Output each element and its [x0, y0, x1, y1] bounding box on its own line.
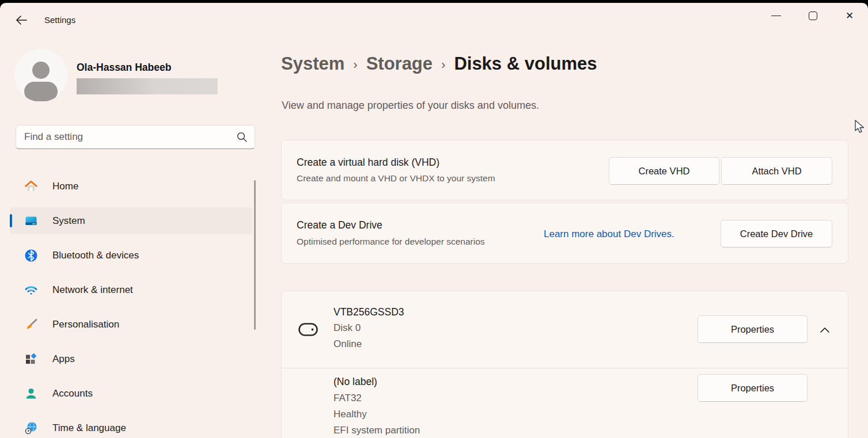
partition-properties-button[interactable]: Properties [698, 374, 808, 402]
network-icon [24, 283, 38, 297]
titlebar: Settings ✕ [0, 3, 868, 33]
partition-type: EFI system partition [333, 425, 420, 436]
partition-health: Healthy [333, 409, 367, 420]
window-controls: ✕ [757, 3, 868, 29]
divider [282, 368, 848, 368]
mouse-cursor [854, 120, 867, 135]
disk-name: VTB256GSSD3 [333, 306, 404, 318]
avatar[interactable] [14, 49, 67, 102]
time-language-icon [24, 421, 38, 435]
sidebar-item-personalisation[interactable]: Personalisation [10, 311, 252, 338]
page-subtitle: View and manage properties of your disks… [282, 100, 539, 112]
page-title: Disks & volumes [454, 54, 597, 74]
disk-properties-button[interactable]: Properties [698, 315, 808, 343]
app-title: Settings [44, 15, 75, 25]
disk-icon [298, 323, 318, 336]
accounts-icon [24, 387, 38, 401]
disk-status: Online [333, 338, 362, 350]
vhd-card-title: Create a virtual hard disk (VHD) [297, 157, 439, 169]
breadcrumb-storage[interactable]: Storage [366, 54, 433, 74]
close-icon: ✕ [846, 11, 854, 21]
sidebar-item-apps[interactable]: Apps [10, 345, 252, 372]
breadcrumb-separator-icon: › [353, 55, 357, 73]
back-button[interactable] [10, 10, 32, 30]
avatar-person-icon [32, 62, 50, 79]
settings-window: Settings ✕ Ola-Hassan Habeeb Home [0, 3, 868, 438]
chevron-up-icon [820, 327, 830, 333]
minimize-icon [771, 16, 781, 16]
home-icon [24, 180, 38, 193]
vhd-card-description: Create and mount a VHD or VHDX to your s… [297, 173, 495, 184]
create-dev-drive-button[interactable]: Create Dev Drive [721, 220, 832, 247]
sidebar-item-bluetooth-devices[interactable]: Bluetooth & devices [10, 242, 252, 269]
search-input[interactable] [24, 131, 236, 143]
maximize-icon [809, 12, 817, 20]
vhd-card: Create a virtual hard disk (VHD) Create … [281, 140, 848, 200]
dev-drive-card-description: Optimised performance for developer scen… [297, 237, 485, 247]
user-name: Ola-Hassan Habeeb [77, 62, 171, 74]
sidebar-scrollbar[interactable] [254, 180, 256, 330]
bluetooth-icon [24, 249, 38, 262]
personalisation-icon [24, 318, 38, 332]
selection-accent-bar [10, 214, 12, 227]
minimize-button[interactable] [757, 3, 794, 28]
breadcrumb: System › Storage › Disks & volumes [281, 54, 597, 74]
sidebar-item-home[interactable]: Home [10, 173, 252, 200]
sidebar-nav: Home System Bluetooth & devices [10, 173, 252, 438]
close-button[interactable]: ✕ [831, 3, 868, 28]
collapse-toggle[interactable] [816, 321, 833, 338]
create-vhd-button[interactable]: Create VHD [609, 157, 719, 185]
breadcrumb-separator-icon: › [441, 55, 445, 73]
user-email-redacted [77, 78, 218, 94]
sidebar-item-time-language[interactable]: Time & language [10, 414, 252, 438]
back-arrow-icon [16, 15, 27, 25]
partition-label: (No label) [333, 376, 377, 388]
apps-icon [24, 352, 38, 366]
sidebar-item-system[interactable]: System [10, 207, 252, 234]
search-box [16, 125, 255, 149]
sidebar-item-network-internet[interactable]: Network & internet [10, 276, 252, 303]
attach-vhd-button[interactable]: Attach VHD [721, 157, 832, 185]
dev-drive-learn-more-link[interactable]: Learn more about Dev Drives. [544, 228, 674, 240]
search-icon [236, 131, 248, 143]
dev-drive-card: Create a Dev Drive Optimised performance… [281, 203, 848, 264]
breadcrumb-system[interactable]: System [281, 54, 344, 74]
maximize-button[interactable] [794, 3, 831, 28]
disk-card[interactable]: VTB256GSSD3 Disk 0 Online Properties (No… [281, 291, 848, 438]
sidebar-item-accounts[interactable]: Accounts [10, 380, 252, 407]
partition-filesystem: FAT32 [333, 393, 362, 404]
disk-id: Disk 0 [333, 322, 361, 334]
dev-drive-card-title: Create a Dev Drive [297, 219, 382, 231]
system-icon [24, 214, 38, 228]
